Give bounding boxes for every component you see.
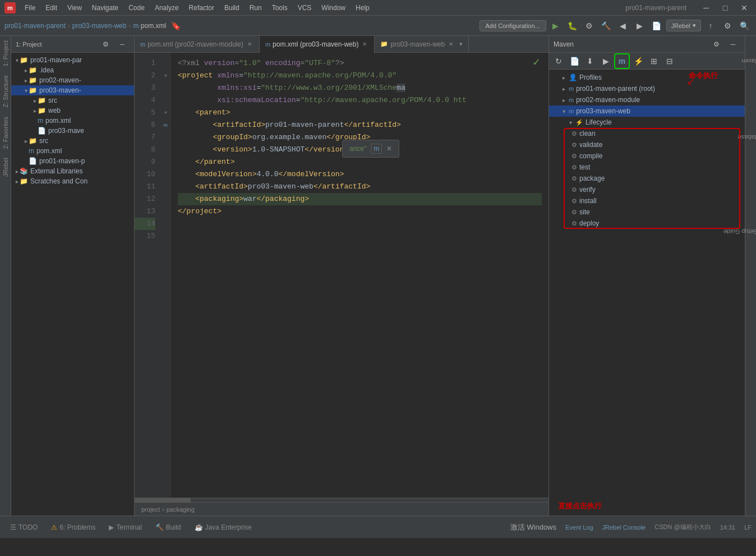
popup-close-button[interactable]: ✕ [386, 145, 392, 153]
menu-tools[interactable]: Tools [268, 2, 292, 13]
maven-item-site[interactable]: ⚙site [549, 206, 745, 218]
tab-pro03web[interactable]: 📁 pro03-maven-web ✕ ▾ [375, 36, 469, 53]
tree-item-pom01[interactable]: ▸ m pom.xml [11, 146, 134, 156]
menu-file[interactable]: File [20, 2, 40, 13]
menu-navigate[interactable]: Navigate [87, 2, 123, 13]
windows-activate-label: 激活 Windows [510, 522, 556, 532]
tab-dropdown-icon[interactable]: ▾ [459, 40, 463, 48]
maven-item-pro03[interactable]: ▾ m pro03-maven-web [549, 105, 745, 117]
project-collapse-icon[interactable]: ─ [115, 37, 130, 52]
maven-run-icon[interactable]: ▶ [598, 54, 613, 68]
maven-item-lifecycle[interactable]: ▾ ⚡ Lifecycle [549, 117, 745, 128]
search-everywhere-icon[interactable]: 🔍 [737, 19, 752, 33]
menu-edit[interactable]: Edit [41, 2, 62, 13]
sidebar-tab-structure[interactable]: Z: Structure [1, 71, 11, 112]
maven-item-pro02[interactable]: ▸ m pro02-maven-module [549, 94, 745, 105]
jrebel-button[interactable]: JRebel ▾ [666, 20, 701, 31]
tree-item-idea[interactable]: ▸ 📁 .idea [11, 65, 134, 75]
right-tab-maven[interactable]: Maven [737, 56, 756, 66]
nav-back-icon[interactable]: ◀ [616, 19, 630, 33]
tab-close-pro03web[interactable]: ✕ [447, 40, 455, 48]
recent-files-icon[interactable]: 📄 [649, 19, 664, 33]
bottom-tab-build[interactable]: 🔨 Build [150, 521, 187, 534]
jrebel-dropdown-icon: ▾ [693, 22, 696, 29]
maven-refresh-icon[interactable]: ↻ [551, 54, 566, 68]
breadcrumb-root[interactable]: pro01-maven-parent [4, 22, 66, 30]
maven-item-pro01[interactable]: ▸ m pro01-maven-parent (root) [549, 83, 745, 94]
maven-item-clean[interactable]: ⚙clean [549, 128, 745, 139]
tree-item-external[interactable]: ▸ 📚 External Libraries [11, 166, 134, 176]
menu-window[interactable]: Window [317, 2, 350, 13]
breadcrumb-mid[interactable]: pro03-maven-web [72, 22, 127, 30]
maven-settings-icon[interactable]: ⚙ [709, 37, 723, 52]
menu-code[interactable]: Code [124, 2, 149, 13]
event-log-link[interactable]: Event Log [565, 524, 593, 531]
tree-item-pro03[interactable]: ▾ 📁 pro03-maven- [11, 85, 134, 95]
run-icon[interactable]: ▶ [548, 19, 563, 33]
maven-download-icon[interactable]: ⬇ [583, 54, 597, 68]
maven-collapse-icon[interactable]: ─ [726, 37, 740, 52]
tree-item-src1[interactable]: ▸ 📁 src [11, 95, 134, 105]
menu-refactor[interactable]: Refactor [185, 2, 219, 13]
update-icon[interactable]: ↑ [703, 19, 718, 33]
tab-pom02[interactable]: m pom.xml (pro02-maven-module) ✕ [135, 36, 260, 53]
maven-item-deploy[interactable]: ⚙deploy [549, 218, 745, 229]
code-editor[interactable]: <?xml version="1.0" encoding="UTF-8"?> <… [171, 53, 548, 498]
tree-item-pro03-file[interactable]: ▸ 📄 pro03-mave [11, 126, 134, 136]
sidebar-tab-jrebel[interactable]: JRebel [1, 153, 11, 181]
maven-item-compile[interactable]: ⚙compile [549, 150, 745, 162]
right-tab-jrebel-guide[interactable]: JRebel Setup Guide [718, 227, 756, 237]
tree-item-src2[interactable]: ▸ 📁 src [11, 136, 134, 146]
bottom-tab-todo[interactable]: ☰ TODO [4, 521, 43, 534]
maven-m-button[interactable]: m [614, 53, 630, 69]
menu-view[interactable]: View [63, 2, 86, 13]
menu-build[interactable]: Build [220, 2, 244, 13]
tab-pom03[interactable]: m pom.xml (pro03-maven-web) ✕ [260, 36, 375, 53]
minimize-button[interactable]: ─ [699, 1, 713, 15]
sidebar-tab-project[interactable]: 1: Project [1, 36, 11, 71]
code-line-6: <artifactId>pro01-maven-parent</artifact… [178, 119, 542, 131]
tree-item-pro01-file[interactable]: ▸ 📄 pro01-maven-p [11, 156, 134, 166]
bottom-tab-terminal[interactable]: ▶ Terminal [103, 521, 147, 534]
close-button[interactable]: ✕ [737, 1, 752, 15]
maven-add-icon[interactable]: 📄 [567, 54, 582, 68]
nav-forward-icon[interactable]: ▶ [633, 19, 647, 33]
add-configuration-button[interactable]: Add Configuration... [480, 20, 546, 31]
run-with-coverage-icon[interactable]: ⚙ [582, 19, 597, 33]
tab-close-pom03[interactable]: ✕ [361, 40, 368, 48]
tree-item-pom03[interactable]: ▸ m pom.xml [11, 116, 134, 126]
debug-icon[interactable]: 🐛 [565, 19, 580, 33]
right-tab-database[interactable]: Database [733, 132, 756, 143]
editor-scrollbar[interactable] [135, 498, 548, 502]
tree-item-web[interactable]: ▸ 📁 web [11, 105, 134, 116]
bottom-tab-problems[interactable]: ⚠ 6: Problems [45, 521, 101, 534]
menu-run[interactable]: Run [245, 2, 266, 13]
build-icon[interactable]: 🔨 [599, 19, 614, 33]
settings-icon[interactable]: ⚙ [720, 19, 735, 33]
maven-label-pro02: pro02-maven-module [576, 96, 640, 104]
menu-analyze[interactable]: Analyze [150, 2, 183, 13]
maven-toggle-icon[interactable]: ⚡ [631, 54, 646, 68]
project-tree: ▾ 📁 pro01-maven-par ▸ 📁 .idea ▸ 📁 pro02-… [11, 53, 134, 516]
tree-item-pro01[interactable]: ▾ 📁 pro01-maven-par [11, 55, 134, 65]
maven-item-install[interactable]: ⚙install [549, 195, 745, 206]
toolbar: pro01-maven-parent › pro03-maven-web › m… [0, 16, 756, 36]
tree-item-pro02[interactable]: ▸ 📁 pro02-maven- [11, 75, 134, 85]
jrebel-console-link[interactable]: JRebel Console [602, 524, 646, 531]
maven-item-package[interactable]: ⚙package [549, 173, 745, 184]
maven-item-validate[interactable]: ⚙validate [549, 139, 745, 150]
maven-expand-icon[interactable]: ⊞ [647, 54, 661, 68]
menu-vcs[interactable]: VCS [293, 2, 316, 13]
maven-item-verify[interactable]: ⚙verify [549, 184, 745, 195]
maven-item-test[interactable]: ⚙test [549, 162, 745, 173]
tree-item-scratches[interactable]: ▸ 📁 Scratches and Con [11, 176, 134, 186]
tab-close-pom02[interactable]: ✕ [246, 40, 253, 48]
menu-help[interactable]: Help [351, 2, 374, 13]
maximize-button[interactable]: □ [718, 1, 732, 15]
tree-label-scratches: Scratches and Con [30, 177, 87, 185]
bottom-tab-java-enterprise[interactable]: ☕ Java Enterprise [189, 521, 257, 534]
project-settings-icon[interactable]: ⚙ [98, 37, 113, 52]
bookmark-icon[interactable]: 🔖 [168, 19, 183, 33]
maven-collapse-tree-icon[interactable]: ⊟ [662, 54, 677, 68]
sidebar-tab-favorites[interactable]: 2: Favorites [1, 112, 11, 153]
